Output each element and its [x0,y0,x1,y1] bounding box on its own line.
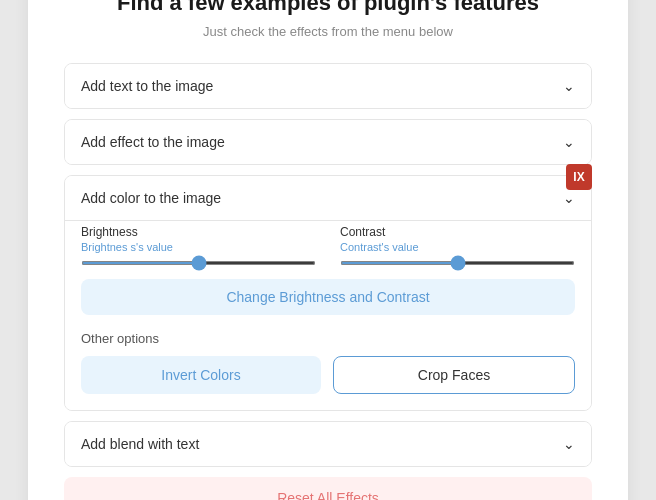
accordion-add-blend: Add blend with text ⌄ [64,421,592,467]
accordion-header-add-color[interactable]: Add color to the image ⌄ [65,176,591,221]
chevron-down-icon-3: ⌄ [563,190,575,206]
page-subtitle: Just check the effects from the menu bel… [64,24,592,39]
accordion-add-color: Add color to the image ⌄ Brightness Brig… [64,175,592,411]
brightness-label: Brightness [81,225,316,239]
reset-all-button[interactable]: Reset All Effects [64,477,592,501]
accordion-label-add-blend: Add blend with text [81,436,199,452]
accordion-header-add-blend[interactable]: Add blend with text ⌄ [65,422,591,466]
page-title: Find a few examples of plugin's features [64,0,592,16]
contrast-value-label: Contrast's value [340,241,575,253]
accordion-label-add-effect: Add effect to the image [81,134,225,150]
other-options-label: Other options [81,331,575,346]
accordion-header-add-text[interactable]: Add text to the image ⌄ [65,64,591,108]
contrast-group: Contrast Contrast's value [340,225,575,265]
accordion-add-text: Add text to the image ⌄ [64,63,592,109]
main-card: Find a few examples of plugin's features… [28,0,628,500]
change-brightness-button[interactable]: Change Brightness and Contrast [81,279,575,315]
brightness-value-label: Brightnes s's value [81,241,316,253]
chevron-down-icon-2: ⌄ [563,134,575,150]
invert-colors-button[interactable]: Invert Colors [81,356,321,394]
sliders-row: Brightness Brightnes s's value Contrast … [81,225,575,265]
accordion-content-add-color: Brightness Brightnes s's value Contrast … [65,225,591,410]
brightness-group: Brightness Brightnes s's value [81,225,316,265]
brightness-slider[interactable] [81,261,316,265]
options-row: Invert Colors Crop Faces [81,356,575,394]
accordion-label-add-color: Add color to the image [81,190,221,206]
crop-faces-button[interactable]: Crop Faces [333,356,575,394]
ix-badge: IX [566,164,592,190]
accordion-header-add-effect[interactable]: Add effect to the image ⌄ [65,120,591,164]
chevron-down-icon: ⌄ [563,78,575,94]
accordion-label-add-text: Add text to the image [81,78,213,94]
contrast-label: Contrast [340,225,575,239]
contrast-slider[interactable] [340,261,575,265]
chevron-down-icon-4: ⌄ [563,436,575,452]
accordion-add-effect: Add effect to the image ⌄ [64,119,592,165]
